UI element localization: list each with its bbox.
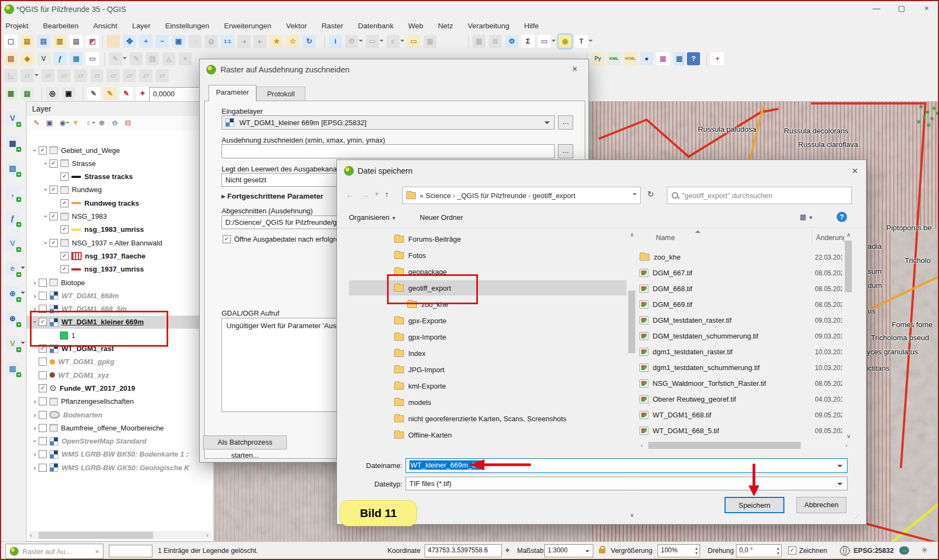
layer-item[interactable]: WT_DGM1_gpkg xyxy=(27,355,213,368)
folder-item[interactable]: Offline-Karten xyxy=(349,427,627,442)
layer-checkbox[interactable]: ✓ xyxy=(39,384,47,392)
digitize-tool-8-icon[interactable]: ▱ xyxy=(156,69,169,82)
raster-calculator-icon[interactable]: ▦ xyxy=(4,87,17,100)
layer-item[interactable]: ›✓Rundweg xyxy=(27,183,213,196)
extent-input[interactable] xyxy=(222,144,555,158)
file-list-scrollbar[interactable]: ∧ ∨ xyxy=(844,231,852,440)
clip-dialog-close-icon[interactable]: × xyxy=(572,64,578,75)
style-manager-icon[interactable]: ◩ xyxy=(86,35,99,48)
new-shapefile-layer-icon[interactable]: V xyxy=(37,52,50,65)
breadcrumb-part[interactable]: Science xyxy=(426,192,451,200)
new-annotation-layer-icon[interactable]: ƒ xyxy=(53,52,66,65)
nav-up-icon[interactable]: ↑ xyxy=(385,189,389,199)
filter-expression-icon[interactable]: ε xyxy=(83,118,94,128)
layer-item[interactable]: ›Pflanzengesellschaften xyxy=(27,395,213,408)
filename-input[interactable]: WT_kleiner_669m_SW xyxy=(406,458,848,473)
breadcrumb-part[interactable]: _QGIS für Pilzfreunde xyxy=(457,192,526,200)
open-output-checkbox[interactable]: ✓ xyxy=(223,235,231,243)
menu-item-projekt[interactable]: Projekt xyxy=(5,22,28,30)
layer-item[interactable]: ✓nsg_1983_umriss xyxy=(27,223,213,236)
save-layer-edits-icon[interactable]: ▤ xyxy=(146,52,159,65)
layer-checkbox[interactable] xyxy=(39,424,47,432)
new-bookmark-icon[interactable]: ★ xyxy=(270,35,283,48)
folder-item[interactable]: gpx-Exporte xyxy=(349,313,627,328)
file-list-hscrollbar[interactable]: ‹ › xyxy=(640,441,852,450)
expander-icon[interactable]: › xyxy=(31,424,39,432)
crosshair-icon[interactable]: + xyxy=(711,52,724,65)
file-item[interactable]: Oberer Reutweg_georef.tif 04.03.201 xyxy=(640,392,843,407)
folder-item[interactable]: Forums-Beiträge xyxy=(349,231,627,247)
run-feature-action-icon[interactable]: ⚙ xyxy=(345,35,358,48)
cancel-button[interactable]: Abbrechen xyxy=(796,497,846,513)
locator-icon[interactable]: ✳ xyxy=(921,545,928,555)
layer-item[interactable]: ›✓Gebiet_und_Wege xyxy=(27,144,213,157)
layer-item[interactable]: ›WMS LGRB-BW BK50: Bodenkarte 1 : xyxy=(27,448,213,461)
identify-features-icon[interactable]: i xyxy=(329,35,342,48)
layer-item[interactable]: ›Baumfreie_offene_Moorbereiche xyxy=(27,421,213,434)
advanced-digitizing-icon[interactable]: ◺ xyxy=(4,69,17,82)
input-layer-combo[interactable]: WT_DGM1_kleiner 669m [EPSG:25832] xyxy=(222,115,555,130)
digitize-tool-5-icon[interactable]: ▱ xyxy=(107,69,120,82)
digitize-tool-3-icon[interactable]: ▱ xyxy=(74,69,87,82)
folder-item[interactable]: Index xyxy=(349,346,627,361)
add-feature-icon[interactable]: ◬ xyxy=(162,52,175,65)
save-project-icon[interactable]: ▤ xyxy=(37,35,50,48)
help-contents-icon[interactable]: ? xyxy=(687,52,700,65)
file-item[interactable]: zoo_khe 22.03.201 xyxy=(640,250,843,264)
expand-all-icon[interactable]: ⊕ xyxy=(96,118,107,128)
layer-checkbox[interactable] xyxy=(39,411,47,419)
layer-item[interactable]: ›WMS LGRB-BW GK50: Geologische K xyxy=(27,461,213,474)
crs-globe-icon[interactable] xyxy=(840,546,850,556)
render-checkbox[interactable]: ✓ xyxy=(788,546,796,555)
folder-tree-scrollbar[interactable]: ∧ ∨ xyxy=(628,231,636,519)
folder-item[interactable]: models xyxy=(349,395,627,410)
folder-item[interactable]: gpx-Importe xyxy=(349,329,627,344)
tab-parameter[interactable]: Parameter xyxy=(208,85,256,101)
add-group-icon[interactable]: ▣ xyxy=(44,118,55,128)
layer-item[interactable]: ›✓Strasse xyxy=(27,157,213,170)
column-header-name[interactable]: Name xyxy=(656,233,675,242)
layer-item[interactable]: ›OpenStreetMap Standard xyxy=(27,435,213,448)
menu-item-raster[interactable]: Raster xyxy=(322,22,343,30)
add-postgis-layer-icon[interactable]: e+ xyxy=(5,261,20,275)
batch-process-button[interactable]: Als Batchprozess starten... xyxy=(203,435,287,450)
new-print-layout-icon[interactable]: ▭ xyxy=(86,52,99,65)
add-wcs-layer-icon[interactable]: ⊕+ xyxy=(5,311,20,325)
layer-checkbox[interactable] xyxy=(39,437,47,445)
layer-checkbox[interactable]: ✓ xyxy=(60,252,69,260)
zoom-to-selection-icon[interactable]: ◌ xyxy=(188,35,201,48)
zoom-to-layer-icon[interactable]: ◍ xyxy=(205,35,218,48)
save-button[interactable]: Speichern xyxy=(725,497,784,513)
zoom-last-icon[interactable]: ◂ xyxy=(237,35,250,48)
digitize-tool-7-icon[interactable]: ▱ xyxy=(139,69,152,82)
new-from-template-icon[interactable]: ▧ xyxy=(70,35,83,48)
file-item[interactable]: WT_DGM1_668.tif 09.05.202 xyxy=(640,408,843,422)
magnifier-spinbox[interactable]: 100%▲▼ xyxy=(658,544,700,557)
filter-legend-icon[interactable]: ▼ xyxy=(70,118,81,128)
layer-checkbox[interactable]: ✓ xyxy=(50,186,58,194)
menu-item-datenbank[interactable]: Datenbank xyxy=(358,22,394,30)
expander-icon[interactable]: › xyxy=(31,464,39,472)
coordinate-input[interactable]: 473753.3,5397558.6 xyxy=(425,544,502,557)
remove-layer-icon[interactable]: ⊟ xyxy=(122,118,133,128)
file-item[interactable]: DGM_668.tif 08.05.202 xyxy=(640,281,843,296)
task-close-icon[interactable]: × xyxy=(95,547,99,556)
layer-item[interactable]: ✓⊙Funde_WT_2017_2019 xyxy=(27,381,213,395)
layer-checkbox[interactable] xyxy=(39,464,47,472)
folder-item[interactable]: nicht georeferenzierte Karten, Scans, Sc… xyxy=(349,411,627,426)
layer-item[interactable]: ›✓NSG_1937 = Alter Bannwald xyxy=(27,236,213,249)
field-calculator-icon[interactable]: ≣ xyxy=(489,35,502,48)
select-by-expression-icon[interactable]: ε xyxy=(386,35,400,48)
minimize-button[interactable]: — xyxy=(864,0,889,17)
menu-item-erweiterungen[interactable]: Erweiterungen xyxy=(224,22,271,30)
cad-tools-icon[interactable]: ▱ xyxy=(21,69,34,82)
zoom-next-icon[interactable]: ▸ xyxy=(254,35,267,48)
layer-item[interactable]: WT_DGM1_xyz xyxy=(27,368,213,381)
menu-item-hilfe[interactable]: Hilfe xyxy=(524,22,539,30)
kml-export-icon[interactable]: KML xyxy=(607,52,621,65)
expander-icon[interactable]: › xyxy=(31,292,39,300)
zoom-out-icon[interactable]: − xyxy=(156,35,169,48)
attribute-table-icon[interactable]: ▦ xyxy=(472,35,486,48)
georeferencer-icon[interactable]: ▧ xyxy=(21,87,34,100)
menu-item-ansicht[interactable]: Ansicht xyxy=(93,22,117,30)
